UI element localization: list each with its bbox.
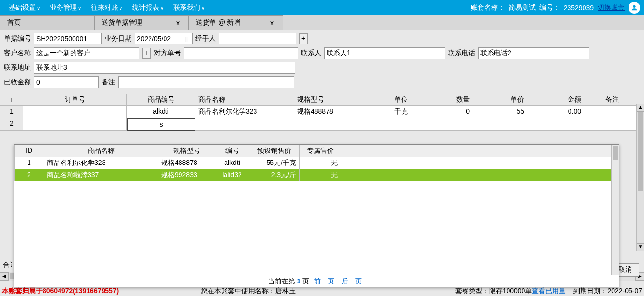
tab-home[interactable]: 首页 (0, 15, 94, 30)
code-label: 编号： (539, 3, 560, 12)
using-name: 唐林玉 (275, 287, 296, 296)
chevron-down-icon: ∨ (119, 5, 122, 11)
contact-label: 联系人 (301, 49, 321, 58)
addr-input[interactable] (34, 62, 295, 74)
pcol-excl: 专属售价 (300, 145, 341, 157)
chevron-down-icon: ∨ (37, 5, 40, 11)
menu-contact[interactable]: 联系我们∨ (168, 3, 210, 12)
owner-info: 本账套归属于80604972(13916679557) (2, 287, 119, 296)
acct-name: 简易测试 (509, 3, 536, 12)
menu-report[interactable]: 统计报表∨ (127, 3, 168, 12)
popup-scrollbar[interactable] (611, 145, 619, 275)
col-spec: 规格型号 (294, 94, 386, 106)
next-page-link[interactable]: 后一页 (342, 277, 362, 285)
avatar[interactable] (629, 2, 640, 14)
phone-label: 联系电话 (448, 49, 475, 58)
col-unit: 单位 (386, 94, 416, 106)
usage-link[interactable]: 查看已用量 (532, 287, 566, 295)
col-name: 商品名称 (195, 94, 294, 106)
doc-no-label: 单据编号 (4, 34, 31, 43)
switch-account-link[interactable]: 切换账套 (598, 3, 625, 12)
col-code: 商品编号 (127, 94, 195, 106)
pcol-price: 预设销售价 (249, 145, 300, 157)
popup-pager: 当前在第 1 页 前一页 后一页 (14, 277, 619, 286)
scroll-up-icon[interactable]: ▲ (637, 104, 644, 112)
chevron-down-icon: ∨ (160, 5, 164, 11)
col-price: 单价 (473, 94, 527, 106)
list-item[interactable]: 1 商品名利尔化学323 规格488878 alkdti 55元/千克 无 (14, 157, 619, 169)
current-page: 1 (297, 277, 300, 285)
tab-delivery-mgmt[interactable]: 送货单据管理x (94, 15, 189, 30)
menu-recon[interactable]: 往来对账∨ (86, 3, 127, 12)
scroll-thumb[interactable] (613, 146, 618, 160)
top-menu-bar: 基础设置∨ 业务管理∨ 往来对账∨ 统计报表∨ 联系我们∨ 账套名称： 简易测试… (0, 0, 644, 15)
list-item[interactable]: 2 商品名称啦涬337 规格992833 lalid32 2.3元/斤 无 (14, 169, 619, 181)
status-bar: 本账套归属于80604972(13916679557) 您在本账套中使用名称： … (0, 286, 644, 296)
biz-date-label: 业务日期 (105, 34, 132, 43)
prev-page-link[interactable]: 前一页 (314, 277, 334, 285)
scroll-down-icon[interactable]: ▼ (637, 243, 644, 251)
cust-label: 客户名称 (4, 49, 31, 58)
col-qty: 数量 (416, 94, 473, 106)
close-icon[interactable]: x (174, 19, 181, 27)
tab-bar: 首页 送货单据管理x 送货单 @ 新增x (0, 15, 644, 30)
acct-code: 23529039 (564, 4, 594, 12)
code-cell-editing[interactable]: s+ (127, 118, 195, 131)
add-handler-button[interactable]: + (299, 33, 308, 44)
recv-label: 已收金额 (4, 78, 31, 87)
their-no-input[interactable] (184, 47, 298, 59)
form-area: 单据编号 业务日期 ▦ 经手人 + 客户名称 + 对方单号 联系人 联系电话 联… (0, 30, 644, 94)
svg-point-0 (633, 5, 635, 8)
contact-input[interactable] (324, 47, 445, 59)
remark-input[interactable] (118, 76, 294, 88)
pcol-name: 商品名称 (44, 145, 158, 157)
close-icon[interactable]: x (269, 19, 276, 27)
their-no-label: 对方单号 (154, 49, 181, 58)
handler-input[interactable] (219, 33, 296, 44)
row-number: 1 (0, 106, 23, 118)
user-icon (630, 4, 638, 12)
menu-basic[interactable]: 基础设置∨ (4, 3, 45, 12)
row-number: 2 (0, 118, 23, 131)
add-row-button[interactable]: + (0, 94, 23, 106)
pcol-code: 编号 (215, 145, 249, 157)
vertical-scrollbar[interactable]: ▲ ▼ (636, 104, 644, 251)
biz-date-input[interactable] (135, 33, 193, 44)
pcol-id: ID (14, 145, 44, 157)
scroll-thumb[interactable] (638, 112, 643, 191)
col-note: 备注 (584, 94, 640, 106)
tab-delivery-new[interactable]: 送货单 @ 新增x (189, 15, 283, 30)
menu-biz[interactable]: 业务管理∨ (45, 3, 86, 12)
chevron-down-icon: ∨ (201, 5, 205, 11)
pcol-spec: 规格型号 (158, 145, 215, 157)
using-label: 您在本账套中使用名称： (201, 287, 275, 296)
chevron-down-icon: ∨ (78, 5, 81, 11)
remark-label: 备注 (102, 78, 115, 87)
doc-no-input[interactable] (34, 33, 102, 44)
acct-label: 账套名称： (471, 3, 505, 12)
cust-input[interactable] (34, 47, 139, 59)
col-amt: 金额 (527, 94, 584, 106)
table-row[interactable]: 2 s+ (0, 118, 644, 131)
calendar-icon[interactable]: ▦ (184, 35, 191, 43)
product-lookup-popup: ID 商品名称 规格型号 编号 预设销售价 专属售价 1 商品名利尔化学323 … (14, 144, 619, 287)
phone-input[interactable] (478, 47, 589, 59)
col-order: 订单号 (23, 94, 127, 106)
recv-input[interactable] (34, 76, 99, 88)
scroll-left-icon[interactable]: ◀ (0, 272, 9, 281)
add-cust-button[interactable]: + (142, 48, 151, 59)
table-row[interactable]: 1 alkdti 商品名利尔化学323 规格488878 千克 0 55 0.0… (0, 106, 644, 118)
due-date: 2022-05-07 (607, 287, 642, 295)
addr-label: 联系地址 (4, 63, 31, 72)
handler-label: 经手人 (195, 34, 216, 43)
line-items-grid: + 订单号 商品编号 商品名称 规格型号 单位 数量 单价 金额 备注 1 al… (0, 94, 644, 131)
